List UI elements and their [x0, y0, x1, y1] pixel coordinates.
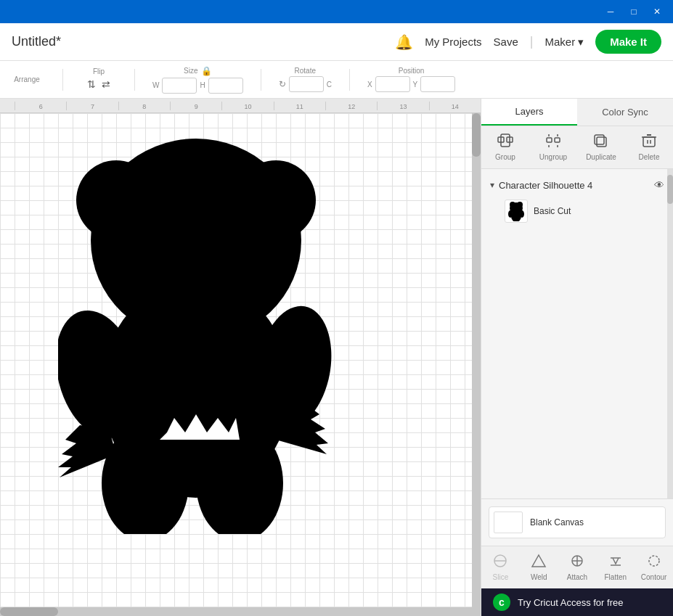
minimize-button[interactable]: ─	[600, 3, 621, 20]
save-button[interactable]: Save	[494, 36, 518, 48]
svg-rect-14	[501, 134, 510, 147]
toolbar-sep-2	[134, 69, 135, 91]
make-it-button[interactable]: Make It	[595, 30, 661, 54]
position-group: Position X Y	[367, 67, 455, 92]
layer-group-name: Character Silhouette 4	[499, 180, 650, 191]
layer-group: ▾ Character Silhouette 4 👁	[481, 175, 673, 227]
panel-scroll-thumb[interactable]	[667, 175, 673, 204]
delete-button[interactable]: Delete	[625, 131, 673, 164]
delete-label: Delete	[639, 153, 660, 161]
flip-v-button[interactable]: ⇄	[100, 77, 112, 91]
svg-marker-36	[532, 555, 545, 567]
ruler-mark: 11	[274, 102, 325, 110]
svg-rect-8	[138, 324, 254, 367]
attach-button[interactable]: Attach	[558, 551, 597, 584]
width-label: W	[152, 81, 159, 89]
contour-button[interactable]: Contour	[635, 551, 673, 584]
horizontal-scroll-thumb[interactable]	[0, 607, 58, 616]
height-input[interactable]	[208, 78, 243, 94]
ruler-marks: 6 7 8 9 10 11 12 13 14	[15, 102, 481, 110]
contour-label: Contour	[641, 573, 667, 581]
maker-chevron-icon: ▾	[578, 36, 584, 49]
arrange-group: Arrange	[9, 75, 45, 83]
close-button[interactable]: ✕	[647, 3, 667, 20]
list-item[interactable]: Basic Cut	[487, 195, 667, 227]
header-nav: 🔔 My Projects Save | Maker ▾ Make It	[395, 30, 661, 54]
panel-tabs: Layers Color Sync	[481, 99, 673, 126]
attach-icon	[569, 554, 585, 572]
ruler-top: 6 7 8 9 10 11 12 13 14	[0, 99, 481, 113]
divider: |	[530, 34, 534, 49]
cricut-text: Try Cricut Access for free	[518, 597, 623, 608]
flatten-icon	[608, 554, 624, 572]
weld-button[interactable]: Weld	[520, 551, 558, 584]
chevron-icon: ▾	[490, 180, 494, 190]
maker-button[interactable]: Maker ▾	[544, 36, 584, 49]
duplicate-button[interactable]: Duplicate	[577, 131, 625, 164]
lock-icon[interactable]: 🔒	[201, 66, 212, 76]
app-title: Untitled*	[12, 34, 383, 49]
header: Untitled* 🔔 My Projects Save | Maker ▾ M…	[0, 23, 673, 61]
my-projects-button[interactable]: My Projects	[425, 36, 481, 48]
slice-button[interactable]: Slice	[481, 551, 520, 584]
svg-rect-15	[547, 138, 552, 142]
svg-point-42	[649, 556, 659, 566]
canvas-area: 6 7 8 9 10 11 12 13 14	[0, 99, 481, 616]
horizontal-scrollbar[interactable]	[0, 607, 472, 616]
rotate-icon: ↻	[279, 79, 286, 89]
cricut-banner[interactable]: c Try Cricut Access for free	[481, 588, 673, 616]
y-label: Y	[413, 81, 418, 89]
bear-silhouette[interactable]	[58, 128, 334, 534]
width-input[interactable]	[162, 78, 197, 94]
size-label: Size	[184, 67, 197, 75]
ruler-mark: 8	[118, 102, 170, 110]
vertical-scrollbar[interactable]	[472, 113, 481, 616]
arrange-label: Arrange	[14, 75, 40, 83]
layers-list: ▾ Character Silhouette 4 👁	[481, 169, 673, 233]
flip-group: Flip ⇅ ⇄	[81, 67, 117, 91]
duplicate-label: Duplicate	[586, 153, 616, 161]
delete-icon	[641, 134, 657, 152]
layers-tab[interactable]: Layers	[481, 99, 577, 126]
flatten-button[interactable]: Flatten	[596, 551, 635, 584]
layer-group-header[interactable]: ▾ Character Silhouette 4 👁	[487, 175, 667, 195]
panel-scrollbar[interactable]	[667, 169, 673, 498]
ruler-mark: 14	[429, 102, 481, 110]
vertical-scroll-thumb[interactable]	[472, 113, 481, 157]
color-sync-tab[interactable]: Color Sync	[577, 99, 673, 126]
layer-thumbnail	[505, 200, 528, 223]
ruler-mark: 6	[15, 102, 66, 110]
bell-icon[interactable]: 🔔	[395, 33, 413, 51]
toolbar-sep-3	[261, 69, 261, 91]
layer-item-name: Basic Cut	[534, 206, 571, 216]
blank-canvas-item[interactable]: Blank Canvas	[489, 506, 666, 538]
rotate-input[interactable]	[289, 76, 324, 92]
rotate-group: Rotate ↻ C	[279, 67, 332, 92]
ruler-mark: 10	[221, 102, 273, 110]
blank-canvas-thumbnail	[494, 512, 523, 533]
canvas-wrapper[interactable]	[0, 113, 481, 616]
layers-list-wrap: ▾ Character Silhouette 4 👁	[481, 169, 673, 498]
x-input[interactable]	[375, 76, 410, 92]
y-input[interactable]	[420, 76, 455, 92]
flip-h-button[interactable]: ⇅	[86, 77, 97, 91]
slice-label: Slice	[493, 573, 509, 581]
ruler-mark: 7	[66, 102, 118, 110]
svg-point-33	[520, 210, 524, 218]
ruler-mark: 9	[170, 102, 221, 110]
bottom-toolbar: Slice Weld Attach Flatten	[481, 546, 673, 588]
ungroup-button[interactable]: Ungroup	[529, 131, 577, 164]
group-label: Group	[495, 153, 515, 161]
ungroup-label: Ungroup	[539, 153, 567, 161]
eye-icon[interactable]: 👁	[654, 179, 664, 191]
duplicate-icon	[593, 134, 609, 152]
rotate-c-label: C	[327, 81, 332, 89]
size-group: Size 🔒 W H	[152, 66, 243, 94]
maximize-button[interactable]: □	[624, 3, 644, 20]
svg-rect-23	[643, 137, 655, 147]
group-button[interactable]: Group	[481, 131, 529, 164]
window-controls: ─ □ ✕	[600, 3, 667, 20]
size-controls: W H	[152, 78, 243, 94]
rotate-controls: ↻ C	[279, 76, 332, 92]
toolbar-sep-4	[349, 69, 350, 91]
